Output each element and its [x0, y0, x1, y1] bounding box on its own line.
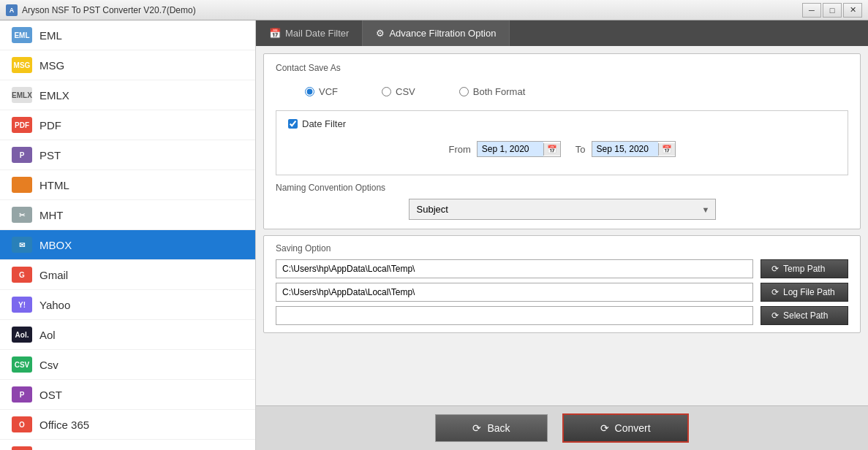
sidebar-item-yahoo[interactable]: Y! Yahoo — [0, 290, 255, 320]
both-label: Both Format — [473, 86, 526, 97]
content-area: Contact Save As VCF CSV Both Format — [256, 46, 868, 405]
sidebar-icon-hotmail: ✉ — [12, 446, 32, 450]
title-bar-left: A Aryson NSF To PST Converter V20.7(Demo… — [6, 4, 196, 16]
log-file-path-button[interactable]: ⟳ Log File Path — [761, 283, 848, 302]
sidebar-icon-gmail: G — [12, 267, 32, 283]
vcf-radio[interactable] — [305, 87, 314, 96]
temp-path-button[interactable]: ⟳ Temp Path — [761, 259, 848, 278]
from-calendar-icon[interactable]: 📅 — [543, 143, 560, 156]
sidebar-item-mbox[interactable]: ✉ MBOX — [0, 230, 255, 260]
select-path-input[interactable] — [276, 306, 753, 325]
sidebar-item-hotmail[interactable]: ✉ HotMail — [0, 440, 255, 450]
from-date-input[interactable] — [478, 142, 543, 156]
sidebar-item-office365[interactable]: O Office 365 — [0, 410, 255, 440]
saving-option-panel: Saving Option ⟳ Temp Path ⟳ — [263, 235, 861, 333]
sidebar-icon-msg: MSG — [12, 57, 32, 73]
date-row: From 📅 To 📅 — [288, 138, 836, 164]
sidebar-label-html: HTML — [39, 179, 69, 191]
app-container: EML EML MSG MSG EMLX EMLX PDF PDF P PST … — [0, 20, 868, 450]
back-button[interactable]: ⟳ Back — [435, 414, 547, 442]
sidebar-label-yahoo: Yahoo — [39, 299, 70, 311]
restore-button[interactable]: □ — [823, 3, 842, 18]
sidebar-label-gmail: Gmail — [39, 269, 68, 281]
sidebar-icon-pdf: PDF — [12, 117, 32, 133]
sidebar-icon-mbox: ✉ — [12, 237, 32, 253]
sidebar-label-emlx: EMLX — [39, 89, 69, 102]
date-filter-checkbox[interactable] — [288, 119, 298, 129]
convert-button[interactable]: ⟳ Convert — [562, 413, 689, 443]
contact-save-as-radio-group: VCF CSV Both Format — [276, 80, 848, 103]
app-icon: A — [6, 4, 18, 16]
close-button[interactable]: ✕ — [843, 3, 862, 18]
sidebar-item-csv[interactable]: CSV Csv — [0, 350, 255, 380]
tab-mail-date-filter-label: Mail Date Filter — [285, 28, 349, 39]
calendar-icon: 📅 — [269, 28, 281, 39]
tabs-bar: 📅 Mail Date Filter ⚙ Advance Filtration … — [256, 20, 868, 46]
sidebar-item-html[interactable]: HTML — [0, 170, 255, 200]
sidebar-icon-html — [12, 177, 32, 193]
both-format-option[interactable]: Both Format — [459, 86, 526, 97]
both-radio[interactable] — [459, 87, 469, 96]
sidebar-item-aol[interactable]: Aol. Aol — [0, 320, 255, 350]
log-file-path-input[interactable] — [276, 283, 753, 302]
saving-option-label: Saving Option — [276, 243, 848, 253]
sidebar-icon-aol: Aol. — [12, 327, 32, 343]
contact-save-as-section: Contact Save As VCF CSV Both Format — [276, 63, 848, 103]
sidebar-icon-csv: CSV — [12, 356, 32, 373]
to-calendar-icon[interactable]: 📅 — [658, 143, 675, 156]
sidebar-item-mht[interactable]: ✂ MHT — [0, 200, 255, 230]
sidebar-item-gmail[interactable]: G Gmail — [0, 260, 255, 290]
sidebar-item-pst[interactable]: P PST — [0, 140, 255, 170]
sidebar-item-pdf[interactable]: PDF PDF — [0, 110, 255, 140]
sidebar-label-ost: OST — [39, 389, 62, 401]
naming-select-wrap: SubjectDateFromTo ▼ — [409, 199, 716, 220]
date-filter-header: Date Filter — [288, 118, 836, 129]
sidebar-item-ost[interactable]: P OST — [0, 380, 255, 410]
sidebar-label-eml: EML — [39, 29, 62, 42]
csv-option[interactable]: CSV — [382, 86, 415, 97]
saving-inputs-col — [276, 259, 753, 325]
title-bar: A Aryson NSF To PST Converter V20.7(Demo… — [0, 0, 868, 20]
to-date-field: To 📅 — [575, 141, 676, 157]
to-date-input[interactable] — [592, 142, 658, 156]
naming-convention-select[interactable]: SubjectDateFromTo — [409, 199, 716, 220]
to-date-input-wrap: 📅 — [592, 141, 676, 157]
back-label: Back — [487, 422, 510, 434]
sidebar-item-msg[interactable]: MSG MSG — [0, 50, 255, 80]
filter-icon: ⚙ — [376, 28, 385, 39]
tab-mail-date-filter[interactable]: 📅 Mail Date Filter — [256, 20, 363, 46]
csv-radio[interactable] — [382, 87, 391, 96]
log-file-path-label: Log File Path — [783, 287, 835, 297]
sidebar-item-eml[interactable]: EML EML — [0, 20, 255, 50]
naming-convention-section: Naming Convention Options SubjectDateFro… — [276, 183, 848, 220]
date-filter-section: Date Filter From 📅 To — [276, 110, 848, 175]
saving-btns-col: ⟳ Temp Path ⟳ Log File Path ⟳ Select Pat… — [761, 259, 848, 325]
tab-advance-filtration[interactable]: ⚙ Advance Filtration Option — [363, 20, 510, 46]
sidebar-item-emlx[interactable]: EMLX EMLX — [0, 80, 255, 110]
to-label: To — [575, 144, 586, 155]
sidebar-icon-eml: EML — [12, 27, 32, 43]
sidebar-icon-ost: P — [12, 386, 32, 403]
date-filter-label: Date Filter — [302, 118, 346, 129]
saving-option-layout: ⟳ Temp Path ⟳ Log File Path ⟳ Select Pat… — [276, 259, 848, 325]
from-date-field: From 📅 — [448, 141, 560, 157]
naming-convention-label: Naming Convention Options — [276, 183, 848, 193]
temp-path-input[interactable] — [276, 259, 753, 278]
contact-save-as-label: Contact Save As — [276, 63, 848, 73]
temp-path-label: Temp Path — [783, 264, 825, 274]
minimize-button[interactable]: ─ — [802, 3, 821, 18]
convert-label: Convert — [615, 422, 651, 434]
vcf-option[interactable]: VCF — [305, 86, 338, 97]
sidebar-icon-pst: P — [12, 147, 32, 163]
csv-label: CSV — [396, 86, 415, 97]
sync-icon-3: ⟳ — [771, 310, 779, 321]
sidebar-label-pst: PST — [39, 149, 61, 161]
sync-icon-2: ⟳ — [771, 287, 779, 297]
title-bar-controls: ─ □ ✕ — [802, 3, 862, 18]
from-label: From — [448, 144, 470, 155]
top-panel: Contact Save As VCF CSV Both Format — [263, 53, 861, 229]
sidebar-label-pdf: PDF — [39, 119, 61, 131]
bottom-bar: ⟳ Back ⟳ Convert — [256, 405, 868, 450]
select-path-button[interactable]: ⟳ Select Path — [761, 306, 848, 325]
sidebar-label-office365: Office 365 — [39, 419, 89, 431]
